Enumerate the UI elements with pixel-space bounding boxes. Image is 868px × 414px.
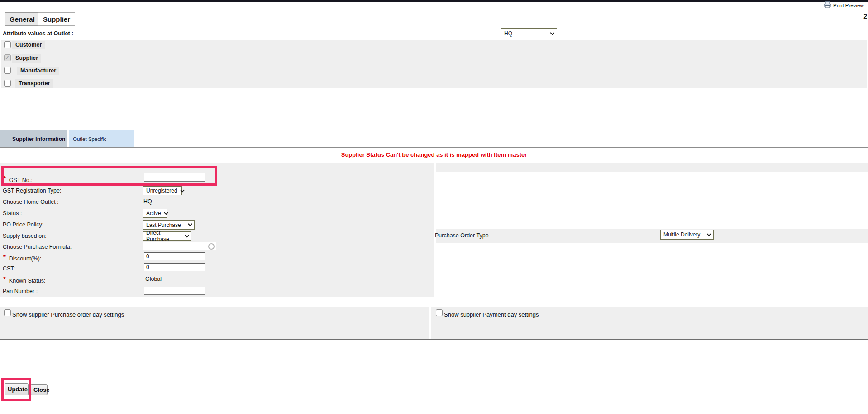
manufacturer-checkbox-label: Manufacturer: [17, 67, 59, 75]
attribute-values-panel: Attribute values at Outlet : HQ Customer…: [0, 26, 868, 96]
transporter-checkbox-label: Transporter: [15, 79, 53, 88]
record-count: 2: [863, 13, 867, 20]
top-navigation-bar: [0, 0, 868, 2]
customer-checkbox[interactable]: [4, 41, 11, 48]
purchase-order-type-value: Multile Delivery: [663, 231, 700, 238]
purchase-order-type-label: Purchase Order Type: [435, 232, 489, 239]
show-po-day-settings-checkbox[interactable]: [4, 309, 11, 316]
supplier-edit-page: Print Preview 2 General Supplier Attribu…: [0, 0, 868, 414]
cst-label: CST:: [3, 265, 15, 272]
choose-purchase-formula-label: Choose Purchase Formula:: [3, 244, 72, 250]
purchase-formula-input[interactable]: [143, 242, 216, 250]
purchase-order-type-row: [436, 229, 868, 243]
supply-based-on-value: Direct Purchase: [146, 230, 182, 242]
show-payment-day-settings-label: Show supplier Payment day settings: [444, 311, 539, 318]
pan-number-label: Pan Number :: [3, 288, 38, 294]
chevron-down-icon: [188, 223, 192, 226]
manufacturer-checkbox[interactable]: [4, 67, 11, 74]
supply-based-on-label: Supply based on:: [3, 233, 47, 239]
pan-number-input[interactable]: [144, 287, 205, 295]
outlet-select-value: HQ: [504, 30, 512, 37]
po-day-settings-strip: Show supplier Purchase order day setting…: [0, 307, 429, 340]
lookup-circle-icon: [208, 243, 215, 250]
outlet-select[interactable]: HQ: [501, 28, 557, 39]
po-price-policy-value: Last Purchase: [146, 222, 181, 228]
tab-general[interactable]: General: [5, 12, 40, 26]
purchase-order-type-select[interactable]: Multile Delivery: [660, 230, 714, 240]
printer-icon: [824, 1, 831, 8]
cst-input[interactable]: [144, 263, 205, 271]
chevron-down-icon: [185, 235, 189, 238]
supply-based-on-select[interactable]: Direct Purchase: [143, 231, 191, 241]
status-error-message: Supplier Status Can't be changed as it i…: [0, 151, 868, 158]
form-right-top-strip: [436, 163, 868, 172]
tab-supplier[interactable]: Supplier: [38, 12, 75, 26]
gst-registration-type-label: GST Registration Type:: [3, 188, 61, 194]
discount-label: Discount(%):: [3, 254, 41, 262]
chevron-down-icon: [180, 189, 185, 193]
chevron-down-icon: [706, 233, 711, 236]
gst-no-label: GST No.:: [3, 176, 33, 183]
choose-home-outlet-label: Choose Home Outlet :: [3, 199, 59, 205]
po-price-policy-label: PO Price Policy:: [3, 221, 43, 228]
chevron-down-icon: [164, 212, 168, 215]
gst-registration-type-select[interactable]: Unregistered: [143, 186, 182, 195]
customer-checkbox-label: Customer: [12, 41, 45, 49]
attribute-values-title: Attribute values at Outlet :: [3, 30, 73, 37]
supplier-checkbox: [4, 54, 11, 61]
status-select[interactable]: Active: [143, 209, 167, 218]
print-preview-label: Print Preview: [833, 3, 864, 8]
show-po-day-settings-label: Show supplier Purchase order day setting…: [12, 311, 124, 318]
show-payment-day-settings-checkbox[interactable]: [436, 309, 443, 316]
tab-supplier-information[interactable]: Supplier Information: [0, 130, 67, 147]
tab-outlet-specific[interactable]: Outlet Specific: [69, 130, 134, 147]
known-status-value: Global: [145, 276, 162, 282]
gst-registration-type-value: Unregistered: [146, 188, 177, 194]
home-outlet-value: HQ: [143, 198, 152, 205]
transporter-checkbox[interactable]: [4, 80, 11, 87]
attribute-checkbox-strip: Customer Supplier Manufacturer Transport…: [1, 40, 867, 88]
status-value: Active: [146, 210, 161, 217]
close-button[interactable]: Close: [30, 384, 48, 395]
print-preview-link[interactable]: Print Preview: [824, 1, 864, 8]
po-price-policy-select[interactable]: Last Purchase: [143, 220, 195, 230]
discount-input[interactable]: [144, 252, 205, 260]
panel-bottom-border: [0, 339, 868, 340]
gst-no-input[interactable]: [144, 173, 205, 182]
status-label: Status :: [3, 210, 22, 217]
supplier-checkbox-label: Supplier: [12, 54, 41, 63]
known-status-label: Known Status:: [3, 276, 45, 284]
update-button[interactable]: Update: [5, 383, 29, 395]
chevron-down-icon: [550, 32, 555, 35]
form-left-column: [0, 163, 434, 297]
payment-day-settings-strip: Show supplier Payment day settings: [431, 307, 868, 340]
